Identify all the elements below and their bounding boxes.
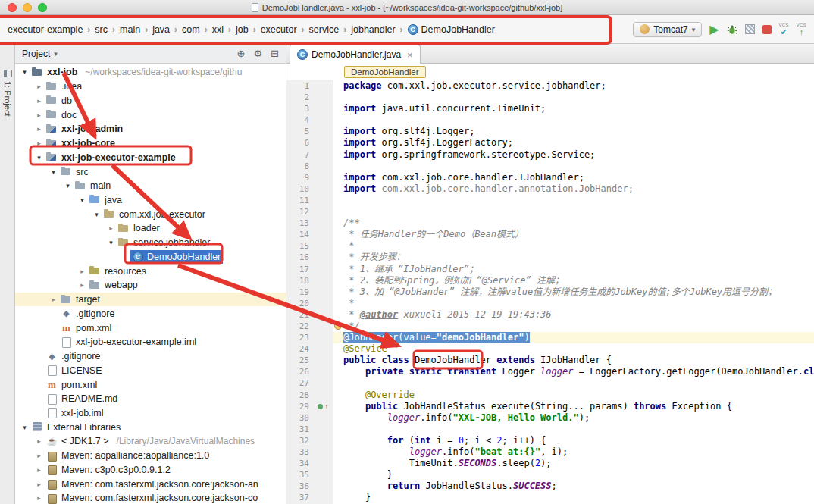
code-line-19[interactable]: 19 * 3、加 “@JobHander” 注解，注解value值为新增任务生成… [286, 286, 814, 298]
close-tab-icon[interactable]: × [407, 49, 413, 61]
code-line-29[interactable]: 29↑ public JobHandleStatus execute(Strin… [286, 401, 814, 412]
run-button[interactable]: ▶ [709, 23, 719, 36]
tree-item-idea[interactable]: ▸.idea [15, 80, 286, 94]
expand-arrow-icon[interactable]: ▸ [34, 466, 44, 474]
tree-item-readme-md[interactable]: README.md [15, 392, 286, 406]
breadcrumb-com[interactable]: com [179, 23, 203, 36]
code-line-18[interactable]: 18 * 2、装配到Spring，例如加 “@Service” 注解； [286, 275, 814, 286]
tree-item-maven-c3p0-c3p0-0-9-1-2[interactable]: ▸Maven: c3p0:c3p0:0.9.1.2 [15, 463, 286, 477]
collapse-arrow-icon[interactable]: ▾ [63, 182, 73, 189]
expand-arrow-icon[interactable]: ▸ [34, 437, 44, 445]
breadcrumb-java[interactable]: java [149, 23, 173, 36]
code-line-36[interactable]: 36 return JobHandleStatus.SUCCESS; [286, 481, 814, 492]
code-line-11[interactable]: 11 [286, 195, 814, 206]
code-line-10[interactable]: 10import com.xxl.job.core.handler.annota… [286, 183, 814, 195]
code-line-27[interactable]: 27 [286, 377, 814, 389]
code-line-6[interactable]: 6import org.slf4j.LoggerFactory; [286, 137, 814, 149]
override-arrow-icon[interactable]: ↑ [324, 401, 328, 412]
collapse-arrow-icon[interactable]: ▾ [49, 168, 58, 176]
tree-item-src[interactable]: ▾src [15, 164, 286, 179]
tree-item-gitignore[interactable]: ◆.gitignore [15, 306, 286, 321]
tree-item-xxl-job-executor-example-iml[interactable]: xxl-job-executor-example.iml [15, 335, 286, 349]
code-line-9[interactable]: 9import com.xxl.job.core.handler.IJobHan… [286, 172, 814, 183]
tree-item-java[interactable]: ▾java [15, 193, 286, 208]
code-line-14[interactable]: 14 * 任务Handler的一个Demo（Bean模式） [286, 229, 814, 240]
minimize-window-button[interactable] [23, 3, 32, 12]
expand-arrow-icon[interactable]: ▸ [34, 111, 44, 119]
expand-arrow-icon[interactable]: ▸ [34, 125, 44, 133]
tree-item-webapp[interactable]: ▸webapp [15, 278, 286, 293]
tree-item-license[interactable]: LICENSE [15, 363, 286, 377]
code-line-26[interactable]: 26 private static transient Logger logge… [286, 366, 814, 377]
collapse-arrow-icon[interactable]: ▾ [34, 154, 44, 161]
tree-item-com-xxl-job-executor[interactable]: ▾com.xxl.job.executor [15, 207, 286, 221]
coverage-button[interactable] [745, 24, 755, 34]
code-line-13[interactable]: 13/** [286, 218, 814, 229]
code-line-22[interactable]: 22 */ [286, 321, 814, 332]
settings-icon[interactable]: ⚙ [253, 48, 262, 59]
close-window-button[interactable] [8, 3, 17, 12]
expand-arrow-icon[interactable]: ▸ [34, 494, 44, 502]
breadcrumb-executor[interactable]: executor [258, 23, 300, 36]
tree-item-xxl-job[interactable]: ▾xxl-job~/workspaces/idea-git-workspace/… [15, 65, 286, 80]
expand-arrow-icon[interactable]: ▸ [49, 296, 58, 303]
project-tool-window-button[interactable]: 1: Project [0, 70, 15, 116]
tree-item-service-jobhandler[interactable]: ▾service.jobhandler [15, 236, 286, 250]
collapse-arrow-icon[interactable]: ▾ [20, 68, 30, 76]
breadcrumb-job[interactable]: job [233, 23, 252, 36]
code-line-31[interactable]: 31 [286, 424, 814, 435]
tree-item-target[interactable]: ▸target [15, 293, 286, 307]
code-line-25[interactable]: 25public class DemoJobHandler extends IJ… [286, 355, 814, 366]
scroll-to-source-icon[interactable]: ⊕ [237, 48, 246, 59]
tree-item-xxl-job-core[interactable]: ▸xxl-job-core [15, 136, 286, 151]
expand-arrow-icon[interactable]: ▸ [34, 481, 44, 488]
tree-item-gitignore[interactable]: ◆.gitignore [15, 349, 286, 364]
code-line-30[interactable]: 30 logger.info("XXL-JOB, Hello World."); [286, 412, 814, 424]
code-line-34[interactable]: 34 TimeUnit.SECONDS.sleep(2); [286, 458, 814, 469]
hide-panel-icon[interactable]: ⊟ [271, 48, 279, 59]
implement-marker-icon[interactable] [318, 404, 323, 409]
breadcrumb-chip[interactable]: DemoJobHandler [344, 66, 426, 78]
code-line-16[interactable]: 16 * 开发步骤： [286, 252, 814, 263]
vcs-commit-button[interactable]: VCS ↑ [797, 23, 806, 36]
code-line-33[interactable]: 33 logger.info("beat at:{}", i); [286, 446, 814, 458]
code-line-2[interactable]: 2 [286, 92, 814, 103]
breadcrumb-main[interactable]: main [117, 23, 143, 36]
expand-arrow-icon[interactable]: ▸ [34, 139, 44, 147]
collapse-arrow-icon[interactable]: ▾ [106, 239, 116, 246]
zoom-window-button[interactable] [38, 3, 47, 12]
code-line-8[interactable]: 8 [286, 161, 814, 172]
expand-arrow-icon[interactable]: ▸ [34, 83, 44, 90]
expand-arrow-icon[interactable]: ▸ [34, 97, 44, 105]
project-view-selector[interactable]: Project ▾ [22, 49, 58, 59]
tree-item-maven-com-fasterxml-jackson-core-jackson-co[interactable]: ▸Maven: com.fasterxml.jackson.core:jacks… [15, 491, 286, 504]
tree-item-doc[interactable]: ▸doc [15, 108, 286, 122]
code-line-4[interactable]: 4 [286, 114, 814, 126]
code-line-7[interactable]: 7import org.springframework.stereotype.S… [286, 149, 814, 161]
stop-button[interactable] [762, 25, 772, 34]
code-line-35[interactable]: 35 } [286, 469, 814, 481]
code-line-15[interactable]: 15 * [286, 240, 814, 252]
tree-item-maven-aopalliance-aopalliance-1-0[interactable]: ▸Maven: aopalliance:aopalliance:1.0 [15, 449, 286, 463]
code-line-32[interactable]: 32 for (int i = 0; i < 2; i++) { [286, 435, 814, 446]
tree-item-pom-xml[interactable]: mpom.xml [15, 377, 286, 392]
expand-arrow-icon[interactable]: ▸ [77, 281, 87, 289]
tree-item-external-libraries[interactable]: ▾External Libraries [15, 420, 286, 434]
breadcrumb-executor-example[interactable]: executor-example [5, 23, 86, 36]
tree-item-jdk1-7[interactable]: ▸☕< JDK1.7 >/Library/Java/JavaVirtualMac… [15, 434, 286, 449]
code-line-12[interactable]: 12 [286, 206, 814, 218]
tree-item-xxl-job-executor-example[interactable]: ▾xxl-job-executor-example [15, 150, 286, 164]
tree-item-main[interactable]: ▾main [15, 179, 286, 193]
code-line-24[interactable]: 24@Service [286, 343, 814, 355]
code-line-1[interactable]: 1package com.xxl.job.executor.service.jo… [286, 80, 814, 92]
intention-bulb-icon[interactable] [334, 322, 342, 330]
expand-arrow-icon[interactable]: ▸ [106, 224, 116, 232]
run-config-selector[interactable]: Tomcat7 ▾ [633, 22, 702, 37]
tree-item-xxl-job-admin[interactable]: ▸xxl-job-admin [15, 122, 286, 136]
code-line-5[interactable]: 5import org.slf4j.Logger; [286, 126, 814, 137]
collapse-arrow-icon[interactable]: ▾ [92, 211, 102, 218]
breadcrumb-xxl[interactable]: xxl [209, 23, 227, 36]
code-line-37[interactable]: 37 } [286, 492, 814, 503]
tree-item-demojobhandler[interactable]: CDemoJobHandler [15, 250, 286, 265]
tree-item-xxl-job-iml[interactable]: xxl-job.iml [15, 406, 286, 421]
